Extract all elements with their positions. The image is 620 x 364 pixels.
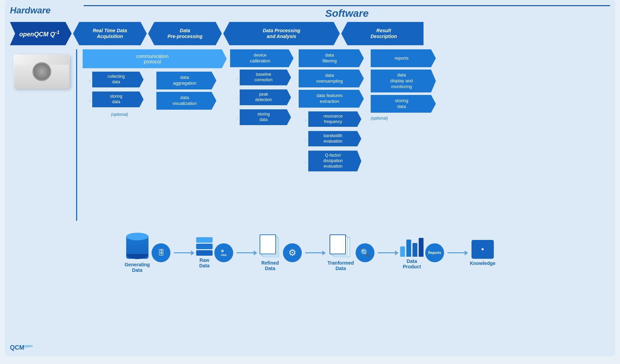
pages-icon — [259, 234, 281, 258]
stack-layer-1 — [196, 237, 213, 243]
bottom-flow: GeneratingData 🗄 RawData ⚙PRE — [10, 229, 610, 276]
proc-gear-icon: ⚙ — [283, 243, 302, 262]
dpa-right-col: datafiltering dataoversampling data feat… — [296, 49, 368, 173]
top-labels: Hardware Software — [10, 5, 610, 19]
flow-line-4 — [378, 252, 395, 253]
banner-row: openQCM Q-1 Real Time DataAcquisition Da… — [10, 22, 610, 45]
data-product-label: DataProduct — [403, 258, 421, 269]
data-features-arrow: data featuresextraction — [299, 90, 364, 108]
banner-openqcm-text: openQCM Q-1 — [19, 29, 59, 38]
transformed-label: TranformedData — [327, 260, 354, 271]
reports-text: reports — [395, 56, 408, 61]
connector-4 — [378, 251, 398, 255]
flow-arrow-4 — [395, 251, 398, 255]
storing-data-rtda-text: storingdata — [110, 94, 122, 105]
banner-rd-text: ResultDescription — [370, 28, 397, 39]
reports-arrow: reports — [371, 49, 436, 67]
flow-raw: RawData — [196, 237, 213, 268]
connector-1 — [174, 251, 194, 255]
resonance-row: › resonancefrequency — [305, 111, 361, 129]
bar-1 — [400, 246, 405, 257]
banner-rtda-text: Real Time DataAcquisition — [93, 28, 127, 39]
baseline-correction-text: baselinecorrection — [254, 72, 273, 83]
comm-protocol-text: communicationprotocol — [136, 53, 168, 64]
flow-arrow-1 — [191, 251, 194, 255]
data-visualization-arrow: datavisualization — [156, 92, 216, 110]
cube-icon: ▪ — [472, 240, 494, 259]
connector-5 — [448, 251, 468, 255]
cylinder-icon — [126, 233, 148, 260]
bar-4 — [419, 238, 424, 257]
hardware-col — [10, 49, 73, 94]
storing-dpa-row: › storingdata — [236, 109, 291, 127]
bandwidth-text: bandwidthevaluation — [324, 133, 343, 144]
data-aggregation-text: dataaggregation — [173, 75, 196, 86]
flow-refined: RefinedData — [259, 234, 281, 271]
flow-line-1 — [174, 252, 191, 253]
pages-icon-2 — [330, 234, 352, 258]
qfactor-arrow: Q-factor/dissipationevaluation — [308, 150, 361, 171]
connector-2 — [237, 251, 257, 255]
collecting-data-text: collectingdata — [108, 74, 125, 85]
proc-connector: ⚙ — [283, 243, 302, 262]
pre-gear-icon: ⚙PRE — [214, 243, 233, 262]
storing-data-rtda-arrow: storingdata — [92, 92, 144, 107]
pre-connector: ⚙PRE — [214, 243, 233, 262]
data-oversampling-text: dataoversampling — [316, 73, 343, 84]
refined-label: RefinedData — [261, 260, 279, 271]
pre-gear-text: ⚙PRE — [221, 249, 226, 257]
bandwidth-arrow: bandwidthevaluation — [308, 131, 361, 146]
resonance-freq-text: resonancefrequency — [323, 114, 343, 124]
reports-circle-icon: Reports — [425, 243, 444, 262]
rtda-storing-row: › storingdata — [89, 92, 144, 109]
banner-rd: ResultDescription — [341, 22, 424, 45]
device-calibration-arrow: devicecalibration — [230, 49, 294, 67]
knowledge-label: Knowledge — [470, 260, 496, 266]
db-icon: 🗄 — [152, 243, 170, 262]
flow-arrow-5 — [465, 251, 468, 255]
bar-2 — [406, 240, 411, 257]
dpa-left-col: devicecalibration › baselinecorrection ›… — [227, 49, 296, 127]
bar-3 — [413, 243, 417, 257]
banner-rtda: Real Time DataAcquisition — [73, 22, 147, 45]
device-circle — [32, 62, 51, 81]
collecting-data-arrow: collectingdata — [92, 72, 144, 87]
qcm-logo-text: QCMopen — [10, 344, 33, 351]
stack-layer-2 — [196, 244, 213, 249]
software-label-container: Software — [84, 5, 610, 19]
page-1 — [260, 234, 276, 254]
flow-line-5 — [448, 252, 465, 253]
rtda-col: communicationprotocol › collectingdata ›… — [80, 49, 154, 117]
data-display-text: datadisplay andmonitoring — [390, 72, 413, 90]
hardware-label: Hardware — [10, 5, 80, 19]
peak-detection-arrow: peakdetection — [240, 89, 291, 105]
data-visualization-text: datavisualization — [172, 95, 197, 107]
page-b1 — [330, 234, 346, 254]
dpa-sub-items: › baselinecorrection › peakdetection › s… — [236, 70, 291, 127]
magnify-icon: 🔍 — [356, 243, 374, 262]
bandwidth-row: › bandwidthevaluation — [305, 131, 361, 148]
stack-layer-3 — [196, 250, 213, 256]
connector-3 — [305, 251, 326, 255]
divider-hw-sw — [76, 49, 77, 221]
data-display-arrow: datadisplay andmonitoring — [371, 70, 436, 93]
banner-dpa-text: Data Processingand Analysis — [263, 28, 300, 39]
data-oversampling-arrow: dataoversampling — [299, 70, 364, 87]
db-connector: 🗄 — [152, 243, 170, 262]
resonance-freq-arrow: resonancefrequency — [308, 111, 361, 127]
qfactor-row: › Q-factor/dissipationevaluation — [305, 150, 361, 173]
storing-data-dpa-text: storingdata — [258, 112, 270, 122]
qfactor-text: Q-factor/dissipationevaluation — [323, 153, 343, 169]
dpa-right-sub: › resonancefrequency › bandwidthevaluati… — [305, 111, 361, 173]
flow-arrow-2 — [254, 251, 257, 255]
rd-col: reports datadisplay andmonitoring storin… — [368, 49, 440, 121]
banner-dpa: Data Processingand Analysis — [223, 22, 340, 45]
main-diagram: Hardware Software openQCM Q-1 Real Time … — [5, 0, 615, 356]
banner-dpp: DataPre-processing — [148, 22, 222, 45]
magnify-connector: 🔍 — [356, 243, 374, 262]
banner-dpp-text: DataPre-processing — [168, 28, 203, 39]
device-calibration-text: devicecalibration — [250, 52, 270, 64]
device-image — [13, 54, 70, 89]
comm-protocol-arrow: communicationprotocol — [83, 49, 227, 68]
storing-rd-text: storingdata — [395, 98, 408, 110]
